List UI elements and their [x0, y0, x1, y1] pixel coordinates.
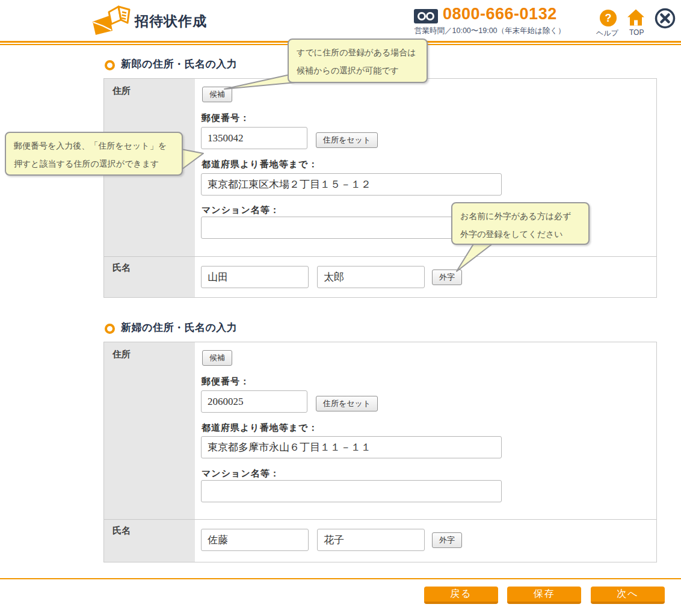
bride-set-address-button[interactable]: 住所をセット: [316, 396, 378, 411]
groom-gaiji-button[interactable]: 外字: [432, 270, 462, 285]
tooltip-kouho: すでに住所の登録がある場合は 候補からの選択が可能です: [288, 38, 428, 83]
pref-label: 都道府県より番地等まで：: [202, 422, 318, 434]
tooltip-line: 郵便番号を入力後、「住所をセット」を: [14, 137, 174, 155]
row-divider: [104, 519, 656, 520]
business-hours: 営業時間／10:00〜19:00（年末年始は除く）: [414, 26, 565, 36]
bride-form-table: 住所 候補 郵便番号： 住所をセット 都道府県より番地等まで： マンション名等：…: [103, 342, 657, 562]
page-title: 招待状作成: [135, 12, 207, 31]
home-top-icon[interactable]: [627, 9, 644, 26]
bride-last-name-input[interactable]: [201, 529, 309, 551]
groom-section-title: 新郎の住所・氏名の入力: [121, 57, 237, 71]
tooltip-gaiji: お名前に外字がある方は必ず 外字の登録をしてください: [451, 202, 590, 245]
mansion-label: マンション名等：: [202, 205, 280, 216]
top-label: TOP: [629, 28, 644, 37]
bride-mansion-input[interactable]: [201, 480, 502, 502]
postal-label: 郵便番号：: [202, 376, 250, 387]
groom-form-table: 住所 候補 郵便番号： 住所をセット 都道府県より番地等まで： マンション名等：…: [103, 78, 657, 298]
bride-kouho-button[interactable]: 候補: [202, 350, 232, 366]
tooltip-line: 押すと該当する住所の選択ができます: [14, 155, 174, 173]
groom-last-name-input[interactable]: [201, 266, 309, 288]
groom-address-input[interactable]: [201, 173, 502, 196]
row-divider: [104, 256, 656, 257]
groom-set-address-button[interactable]: 住所をセット: [316, 132, 378, 148]
invitation-logo-icon: [91, 4, 131, 35]
pref-label: 都道府県より番地等まで：: [202, 159, 318, 170]
save-button[interactable]: 保存: [507, 587, 581, 604]
mansion-label: マンション名等：: [202, 468, 280, 479]
groom-postal-input[interactable]: [201, 127, 307, 149]
name-row-label: 氏名: [112, 525, 131, 537]
bride-gaiji-button[interactable]: 外字: [432, 532, 462, 548]
tooltip-line: 候補からの選択が可能です: [297, 61, 419, 79]
postal-label: 郵便番号：: [202, 112, 250, 124]
section-bullet-icon: [105, 324, 115, 334]
close-icon[interactable]: [655, 8, 676, 29]
bride-postal-input[interactable]: [201, 390, 307, 413]
bride-address-input[interactable]: [201, 436, 502, 458]
section-bullet-icon: [105, 60, 115, 70]
bride-section-title: 新婦の住所・氏名の入力: [121, 321, 237, 334]
tooltip-line: 外字の登録をしてください: [460, 225, 581, 243]
footer-divider: [0, 578, 681, 579]
back-button[interactable]: 戻る: [424, 587, 498, 604]
help-label: ヘルプ: [596, 28, 618, 38]
groom-first-name-input[interactable]: [317, 266, 425, 288]
tooltip-line: お名前に外字がある方は必ず: [460, 207, 581, 225]
name-row-label: 氏名: [112, 262, 131, 274]
next-button[interactable]: 次へ: [591, 587, 665, 604]
freedial-phone-icon: [414, 9, 438, 23]
bride-first-name-input[interactable]: [317, 529, 425, 551]
groom-kouho-button[interactable]: 候補: [202, 87, 232, 102]
address-row-label: 住所: [112, 349, 131, 360]
address-row-label: 住所: [112, 85, 131, 97]
tooltip-line: すでに住所の登録がある場合は: [297, 43, 419, 61]
invitation-form-page: 招待状作成 0800-666-0132 営業時間／10:00〜19:00（年末年…: [0, 0, 681, 616]
help-icon[interactable]: ?: [600, 10, 617, 26]
phone-number: 0800-666-0132: [443, 5, 557, 23]
tooltip-postal: 郵便番号を入力後、「住所をセット」を 押すと該当する住所の選択ができます: [5, 132, 183, 176]
